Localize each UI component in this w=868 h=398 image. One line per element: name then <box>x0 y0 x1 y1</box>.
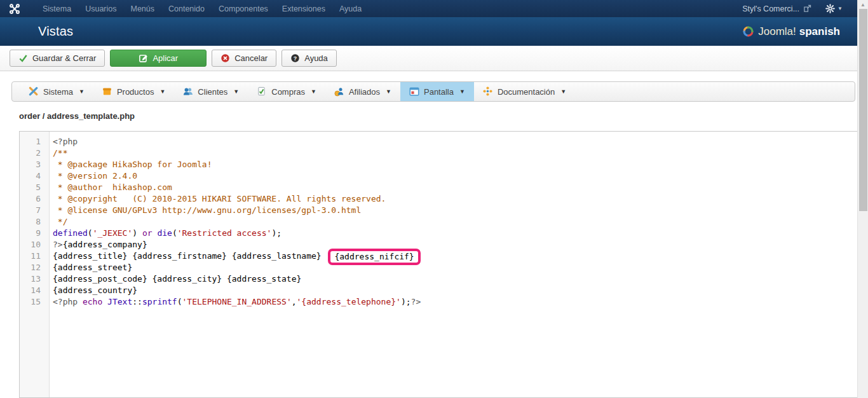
code-line-8[interactable]: */ <box>53 216 860 228</box>
tab-clientes[interactable]: Clientes▼ <box>174 82 248 101</box>
line-number: 6 <box>20 193 41 205</box>
editor-line-numbers: 123456789101112131415 <box>20 132 50 397</box>
code-line-1[interactable]: <?php <box>53 136 860 148</box>
topbar-menu-contenido[interactable]: Contenido <box>161 4 212 13</box>
line-number: 2 <box>20 148 41 159</box>
line-number: 7 <box>20 205 41 216</box>
brand-name-label: Joomla! <box>758 25 796 38</box>
joomla-spanish-brand: Joomla! spanish <box>742 25 840 38</box>
line-number: 8 <box>20 216 41 228</box>
line-number: 15 <box>20 296 41 308</box>
line-number: 10 <box>20 239 41 250</box>
site-name-label: Styl's Comerci... <box>742 4 799 13</box>
topbar-menu-menús[interactable]: Menús <box>123 4 161 13</box>
chevron-down-icon: ▼ <box>837 6 843 11</box>
code-line-12[interactable]: {address_street} <box>53 262 860 273</box>
joomla-logo-icon <box>9 3 20 15</box>
affiliate-icon <box>334 86 344 97</box>
topbar-menu-sistema[interactable]: Sistema <box>36 4 78 13</box>
scrollbar-up-arrow[interactable]: ▲ <box>858 0 868 9</box>
breadcrumb: order / address_template.php <box>19 111 857 121</box>
cancelar-button[interactable]: Cancelar <box>212 50 276 67</box>
browser-scrollbar[interactable]: ▲ <box>857 0 868 398</box>
chevron-down-icon: ▼ <box>459 88 465 95</box>
docs-icon <box>483 86 493 97</box>
line-number: 4 <box>20 170 41 182</box>
settings-menu[interactable]: ▼ <box>825 4 843 13</box>
code-line-15[interactable]: <?php echo JText::sprintf('TELEPHONE_IN_… <box>53 296 860 308</box>
code-editor[interactable]: 123456789101112131415 <?php/** * @packag… <box>19 131 860 398</box>
aplicar-button[interactable]: Aplicar <box>110 50 207 67</box>
tab-sistema[interactable]: Sistema▼ <box>20 82 93 101</box>
code-line-9[interactable]: defined('_JEXEC') or die('Restricted acc… <box>53 228 860 239</box>
tab-label: Afiliados <box>349 87 380 97</box>
code-line-14[interactable]: {address_country} <box>53 285 860 296</box>
line-number: 3 <box>20 159 41 170</box>
hikashop-menu-bar: Sistema▼Productos▼Clientes▼Compras▼Afili… <box>11 81 855 102</box>
tab-label: Pantalla <box>424 87 454 97</box>
code-line-11[interactable]: {address_title} {address_firstname} {add… <box>53 250 860 262</box>
check-icon <box>18 53 28 63</box>
code-line-4[interactable]: * @version 2.4.0 <box>53 170 860 182</box>
code-line-6[interactable]: * @copyright (C) 2010-2015 HIKARI SOFTWA… <box>53 193 860 205</box>
tab-productos[interactable]: Productos▼ <box>93 82 174 101</box>
help-icon: ? <box>290 53 300 63</box>
address-nifcif-highlight: {address_nifcif} <box>328 249 420 265</box>
tab-compras[interactable]: Compras▼ <box>248 82 325 101</box>
external-link-icon <box>803 4 811 13</box>
editor-code-area[interactable]: <?php/** * @package HikaShop for Joomla!… <box>50 132 860 397</box>
code-line-5[interactable]: * @author hikashop.com <box>53 182 860 193</box>
scrollbar-thumb[interactable] <box>859 9 867 211</box>
line-number: 5 <box>20 182 41 193</box>
code-line-3[interactable]: * @package HikaShop for Joomla! <box>53 159 860 170</box>
line-number: 12 <box>20 262 41 273</box>
button-label: Guardar & Cerrar <box>32 53 96 63</box>
chevron-down-icon: ▼ <box>79 88 85 95</box>
code-line-13[interactable]: {address_post_code} {address_city} {addr… <box>53 273 860 285</box>
tab-documentación[interactable]: Documentación▼ <box>474 82 575 101</box>
tab-label: Productos <box>117 87 154 97</box>
gear-icon <box>825 4 835 13</box>
tab-afiliados[interactable]: Afiliados▼ <box>325 82 400 101</box>
guardar-cerrar-button[interactable]: Guardar & Cerrar <box>10 50 105 67</box>
tab-pantalla[interactable]: Pantalla▼ <box>400 82 474 101</box>
tab-label: Sistema <box>43 87 73 97</box>
topbar-menu-componentes[interactable]: Componentes <box>212 4 275 13</box>
cancel-icon <box>220 53 230 63</box>
site-preview-link[interactable]: Styl's Comerci... <box>742 4 811 13</box>
button-label: Aplicar <box>153 53 178 63</box>
line-number: 13 <box>20 273 41 285</box>
orders-icon <box>257 86 267 97</box>
line-number: 1 <box>20 136 41 148</box>
topbar-menu-ayuda[interactable]: Ayuda <box>332 4 369 13</box>
line-number: 14 <box>20 285 41 296</box>
line-number: 9 <box>20 228 41 239</box>
code-line-2[interactable]: /** <box>53 148 860 159</box>
joomla-color-logo-icon <box>742 25 755 38</box>
chevron-down-icon: ▼ <box>159 88 165 95</box>
box-icon <box>102 86 112 97</box>
tools-icon <box>29 86 39 97</box>
topbar-menu-usuarios[interactable]: Usuarios <box>78 4 123 13</box>
chevron-down-icon: ▼ <box>560 88 566 95</box>
ayuda-button[interactable]: ?Ayuda <box>281 50 337 67</box>
button-label: Cancelar <box>234 53 268 63</box>
topbar-menu: SistemaUsuariosMenúsContenidoComponentes… <box>36 4 369 13</box>
chevron-down-icon: ▼ <box>233 88 239 95</box>
page-title: Vistas <box>38 24 73 39</box>
button-label: Ayuda <box>304 53 328 63</box>
action-toolbar: Guardar & CerrarAplicarCancelar?Ayuda <box>0 46 868 71</box>
users-icon <box>183 86 193 97</box>
chevron-down-icon: ▼ <box>386 88 391 95</box>
topbar-right: Styl's Comerci... ▼ <box>742 4 854 13</box>
code-line-7[interactable]: * @license GNU/GPLv3 http://www.gnu.org/… <box>53 205 860 216</box>
brand-suffix-label: spanish <box>799 25 840 38</box>
page-header: Vistas Joomla! spanish <box>0 17 868 46</box>
tab-label: Clientes <box>198 87 227 97</box>
topbar-menu-extensiones[interactable]: Extensiones <box>275 4 332 13</box>
chevron-down-icon: ▼ <box>311 88 316 95</box>
svg-text:?: ? <box>294 55 297 62</box>
edit-icon <box>139 53 148 63</box>
tab-label: Documentación <box>498 87 555 97</box>
code-line-10[interactable]: ?>{address_company} <box>53 239 860 250</box>
